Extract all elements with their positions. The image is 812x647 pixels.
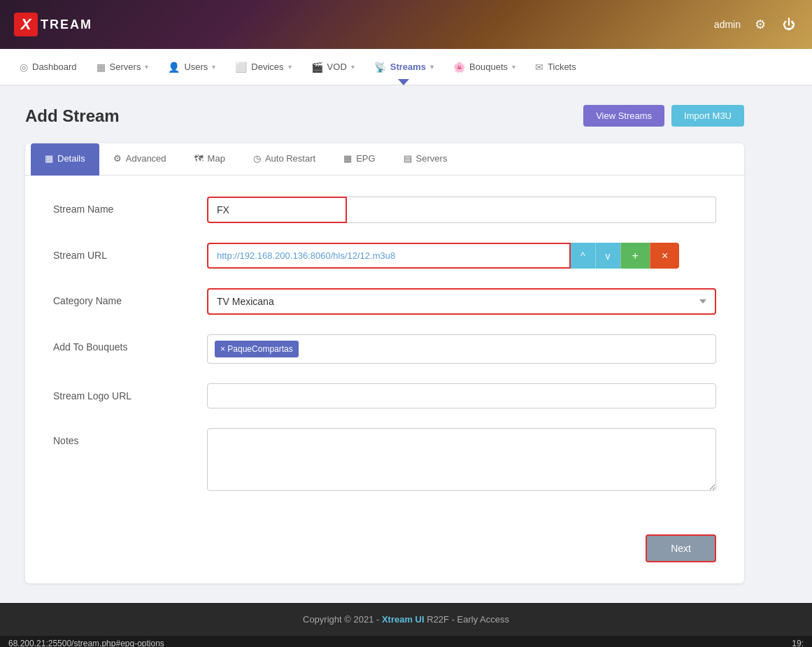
tab-details-label: Details (57, 153, 85, 164)
import-m3u-button[interactable]: Import M3U (671, 105, 744, 127)
notes-control (207, 428, 716, 494)
url-down-button[interactable]: v (595, 243, 620, 269)
tab-epg-icon: ▦ (343, 153, 352, 164)
view-streams-button[interactable]: View Streams (583, 105, 664, 127)
status-time: 19: (792, 639, 804, 647)
devices-dropdown-arrow: ▾ (288, 63, 292, 71)
stream-url-input[interactable] (207, 243, 571, 269)
stream-name-row: Stream Name (53, 197, 716, 223)
footer-version: R22F - Early Access (425, 614, 509, 625)
nav-label-servers: Servers (110, 62, 141, 72)
page-actions: View Streams Import M3U (583, 105, 744, 127)
tabs-bar: ▦ Details ⚙ Advanced 🗺 Map ◷ Auto Restar… (25, 143, 744, 176)
tab-epg-label: EPG (356, 153, 375, 164)
notes-row: Notes (53, 428, 716, 494)
nav-item-streams[interactable]: 📡 Streams ▾ (366, 57, 442, 77)
logo-url-label: Stream Logo URL (53, 383, 207, 401)
stream-name-control (207, 197, 716, 223)
nav-item-servers[interactable]: ▦ Servers ▾ (88, 57, 157, 77)
stream-name-rest-input[interactable] (347, 197, 716, 223)
bouquets-dropdown-arrow: ▾ (512, 63, 515, 71)
streams-icon: 📡 (374, 62, 386, 73)
stream-url-row: Stream URL ^ v + × (53, 243, 716, 269)
bouquet-tag[interactable]: × PaqueCompartas (215, 341, 299, 357)
category-select[interactable]: TV Mexicana Movies Sports News Kids (207, 288, 716, 315)
notes-label: Notes (53, 428, 207, 446)
logo-url-control (207, 383, 716, 408)
tab-auto-restart-label: Auto Restart (265, 153, 315, 164)
bouquet-tag-label: × PaqueCompartas (220, 344, 293, 354)
tab-epg[interactable]: ▦ EPG (329, 143, 389, 176)
next-button[interactable]: Next (646, 534, 716, 562)
tickets-icon: ✉ (535, 62, 543, 73)
category-row: Category Name TV Mexicana Movies Sports … (53, 288, 716, 315)
page-container: Add Stream View Streams Import M3U ▦ Det… (0, 85, 769, 603)
nav-item-users[interactable]: 👤 Users ▾ (159, 57, 224, 77)
logo-url-input[interactable] (207, 383, 716, 408)
form-footer: Next (25, 534, 744, 583)
servers-dropdown-arrow: ▾ (145, 63, 148, 71)
vod-icon: 🎬 (311, 62, 323, 73)
page-footer: Copyright © 2021 - Xtream UI R22F - Earl… (0, 603, 812, 636)
devices-icon: ⬜ (235, 62, 247, 73)
bouquets-control: × PaqueCompartas (207, 334, 716, 364)
servers-icon: ▦ (97, 62, 106, 73)
nav-item-tickets[interactable]: ✉ Tickets (527, 57, 585, 77)
dashboard-icon: ◎ (20, 62, 28, 73)
tab-servers[interactable]: ▤ Servers (390, 143, 462, 176)
nav-item-devices[interactable]: ⬜ Devices ▾ (227, 57, 299, 77)
users-icon: 👤 (168, 62, 180, 73)
page-title: Add Stream (25, 106, 120, 126)
nav-label-users: Users (184, 62, 208, 72)
tab-details-icon: ▦ (45, 153, 53, 164)
tab-details[interactable]: ▦ Details (31, 143, 99, 176)
url-up-button[interactable]: ^ (571, 243, 595, 269)
tab-map-icon: 🗺 (194, 153, 204, 164)
nav-label-bouquets: Bouquets (469, 62, 508, 72)
stream-url-control: ^ v + × (207, 243, 716, 269)
footer-copyright: Copyright © 2021 - (303, 614, 382, 625)
category-label: Category Name (53, 288, 207, 306)
logo: X TREAM (14, 13, 92, 36)
settings-icon[interactable]: ⚙ (752, 14, 769, 35)
tab-auto-restart-icon: ◷ (253, 153, 261, 164)
tab-auto-restart[interactable]: ◷ Auto Restart (239, 143, 329, 176)
tab-servers-icon: ▤ (404, 153, 412, 164)
tab-advanced-icon: ⚙ (113, 153, 122, 164)
vod-dropdown-arrow: ▾ (351, 63, 355, 71)
tab-map-label: Map (208, 153, 225, 164)
nav-item-vod[interactable]: 🎬 VOD ▾ (303, 57, 363, 77)
footer-brand: Xtream UI (382, 614, 425, 625)
nav-item-bouquets[interactable]: 🌸 Bouquets ▾ (445, 57, 524, 77)
status-bar: 68.200.21:25500/stream.php#epg-options 1… (0, 636, 812, 647)
nav-label-devices: Devices (251, 62, 283, 72)
streams-active-indicator (398, 79, 409, 85)
users-dropdown-arrow: ▾ (212, 63, 215, 71)
notes-textarea[interactable] (207, 428, 716, 491)
nav-item-dashboard[interactable]: ◎ Dashboard (11, 57, 85, 77)
url-add-button[interactable]: + (620, 243, 650, 269)
url-remove-button[interactable]: × (650, 243, 679, 269)
logo-x: X (14, 13, 38, 36)
bouquets-wrap[interactable]: × PaqueCompartas (207, 334, 716, 364)
bouquets-icon: 🌸 (453, 62, 465, 73)
stream-name-highlighted-input[interactable] (207, 197, 347, 223)
nav-label-tickets: Tickets (548, 62, 576, 72)
power-icon[interactable]: ⏻ (780, 15, 798, 35)
bouquets-label: Add To Bouquets (53, 334, 207, 353)
logo-url-row: Stream Logo URL (53, 383, 716, 408)
stream-url-wrap: ^ v + × (207, 243, 716, 269)
form-body: Stream Name Stream URL ^ v + (25, 176, 744, 534)
logo-text: TREAM (41, 17, 92, 32)
nav-label-streams: Streams (390, 62, 426, 72)
status-url: 68.200.21:25500/stream.php#epg-options (8, 639, 164, 647)
main-card: ▦ Details ⚙ Advanced 🗺 Map ◷ Auto Restar… (25, 143, 744, 583)
username: admin (714, 19, 741, 30)
stream-name-label: Stream Name (53, 197, 207, 215)
bouquets-row: Add To Bouquets × PaqueCompartas (53, 334, 716, 364)
stream-url-label: Stream URL (53, 243, 207, 261)
nav-label-vod: VOD (327, 62, 347, 72)
tab-advanced[interactable]: ⚙ Advanced (99, 143, 180, 176)
tab-servers-label: Servers (416, 153, 448, 164)
tab-map[interactable]: 🗺 Map (180, 143, 239, 176)
